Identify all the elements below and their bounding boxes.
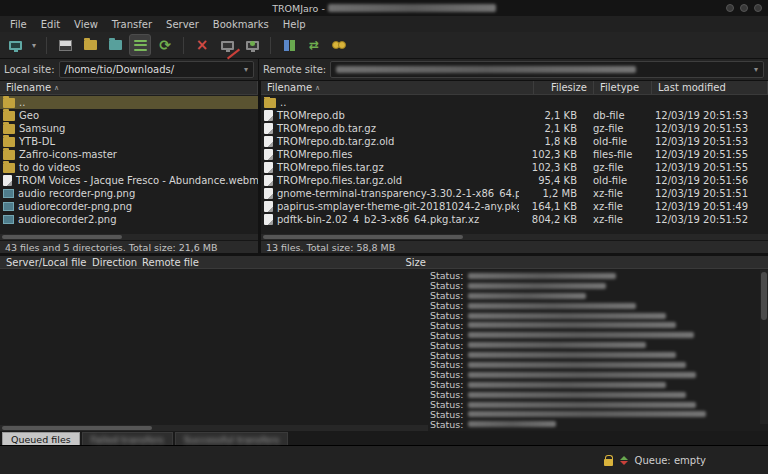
queue-tab[interactable]: Queued files: [2, 432, 80, 445]
scrollbar-thumb[interactable]: [761, 272, 767, 320]
queue-status-row[interactable]: Status:: [0, 380, 768, 390]
queue-status-row[interactable]: Status:: [0, 390, 768, 400]
remote-file-row[interactable]: gnome-terminal-transparency-3.30.2-1-x86…: [261, 187, 768, 200]
remote-file-row[interactable]: TROMrepo.db 2,1 KB db-file 12/03/19 20:5…: [261, 109, 768, 122]
column-header-last-modified[interactable]: Last modified: [652, 81, 768, 94]
queue-horizontal-scrollbar[interactable]: [0, 425, 428, 431]
cancel-button[interactable]: ×: [191, 34, 213, 56]
queue-status-row[interactable]: Status:: [0, 311, 768, 321]
refresh-button[interactable]: ⟳: [154, 34, 176, 56]
menu-item[interactable]: Transfer: [105, 19, 159, 30]
column-header-filetype[interactable]: Filetype: [594, 81, 652, 94]
remote-file-row[interactable]: pdftk-bin-2.02_4_b2-3-x86_64.pkg.tar.xz …: [261, 213, 768, 226]
menu-item[interactable]: View: [67, 19, 105, 30]
disconnect-icon: [221, 41, 234, 50]
local-file-row[interactable]: to do videos: [0, 161, 258, 174]
queue-tab[interactable]: Failed transfers: [82, 432, 173, 445]
menu-item[interactable]: Server: [159, 19, 206, 30]
remote-file-row[interactable]: TROMrepo.db.tar.gz.old 1,8 KB old-file 1…: [261, 135, 768, 148]
remote-horizontal-scrollbar[interactable]: [261, 234, 768, 240]
maximize-button[interactable]: [740, 4, 748, 12]
queue-status-row[interactable]: Status:: [0, 340, 768, 350]
reconnect-button[interactable]: [241, 34, 263, 56]
local-site-combo[interactable]: /home/tio/Downloads/ ▾: [59, 61, 254, 78]
last-modified-text: 12/03/19 20:51:56: [649, 175, 765, 186]
queue-status-row[interactable]: Status:: [0, 281, 768, 291]
menu-item[interactable]: File: [3, 19, 34, 30]
column-header-filename[interactable]: Filename ∧: [0, 81, 258, 94]
queue-status-row[interactable]: Status:: [0, 330, 768, 340]
reconnect-icon: [246, 41, 259, 50]
chevron-down-icon[interactable]: ▾: [244, 65, 248, 74]
column-header-filesize[interactable]: Filesize: [534, 81, 594, 94]
close-button[interactable]: [754, 4, 762, 12]
directory-comparison-button[interactable]: [278, 34, 300, 56]
local-file-row[interactable]: audio recorder-png.png: [0, 187, 258, 200]
local-horizontal-scrollbar[interactable]: [0, 234, 258, 240]
column-header-size[interactable]: Size: [398, 256, 426, 269]
filename-text: TROMrepo.files.tar.gz.old: [277, 175, 402, 186]
filename-text: audiorecorder2.png: [18, 214, 117, 225]
queue-status-row[interactable]: Status:: [0, 370, 768, 380]
local-site-value: /home/tio/Downloads/: [65, 64, 175, 75]
queue-tab[interactable]: Successful transfers: [175, 432, 289, 445]
queue-status-row[interactable]: Status:: [0, 320, 768, 330]
redacted-status-text: [468, 362, 686, 368]
transfer-queue-toggle-button[interactable]: [129, 34, 151, 56]
local-file-row[interactable]: audiorecorder2.png: [0, 213, 258, 226]
last-modified-text: 12/03/19 20:51:49: [649, 201, 765, 212]
queue-status-row[interactable]: Status:: [0, 400, 768, 410]
queue-status-row[interactable]: Status:: [0, 409, 768, 419]
filezilla-window: TROMJaro - FileEditViewTransferServerBoo…: [0, 0, 768, 474]
menu-item[interactable]: Bookmarks: [206, 19, 276, 30]
redacted-title-text: [328, 4, 496, 12]
local-file-row[interactable]: ..: [0, 96, 258, 109]
queue-status-row[interactable]: Status:: [0, 271, 768, 281]
local-file-row[interactable]: Samsung: [0, 122, 258, 135]
local-file-row[interactable]: TROM Voices - Jacque Fresco - Abundance.…: [0, 174, 258, 187]
local-tree-toggle-button[interactable]: [79, 34, 101, 56]
local-file-row[interactable]: Zafiro-icons-master: [0, 148, 258, 161]
remote-file-row[interactable]: papirus-smplayer-theme-git-20181024-2-an…: [261, 200, 768, 213]
remote-file-row[interactable]: TROMrepo.db.tar.gz 2,1 KB gz-file 12/03/…: [261, 122, 768, 135]
queue-status-row[interactable]: Status:: [0, 350, 768, 360]
local-file-row[interactable]: Geo: [0, 109, 258, 122]
redacted-status-text: [468, 273, 616, 279]
scrollbar-thumb[interactable]: [2, 426, 152, 430]
message-log-toggle-button[interactable]: [54, 34, 76, 56]
site-manager-button[interactable]: [4, 34, 26, 56]
local-file-row[interactable]: audiorecorder-png.png: [0, 200, 258, 213]
remote-file-row[interactable]: TROMrepo.files 102,3 KB files-file 12/03…: [261, 148, 768, 161]
column-header-server-local-file[interactable]: Server/Local file: [6, 256, 87, 269]
queue-vertical-scrollbar[interactable]: [760, 270, 768, 424]
local-file-row[interactable]: YTB-DL: [0, 135, 258, 148]
filename-text: ..: [280, 97, 286, 108]
remote-file-row[interactable]: ..: [261, 96, 768, 109]
redacted-status-text: [468, 352, 676, 358]
scrollbar-thumb[interactable]: [2, 235, 122, 239]
remote-file-row[interactable]: TROMrepo.files.tar.gz 102,3 KB gz-file 1…: [261, 161, 768, 174]
remote-file-row[interactable]: TROMrepo.files.tar.gz.old 95,4 KB old-fi…: [261, 174, 768, 187]
lock-icon[interactable]: [604, 459, 613, 466]
disconnect-button[interactable]: [216, 34, 238, 56]
column-header-filename[interactable]: Filename ∧: [261, 81, 534, 94]
minimize-button[interactable]: [726, 4, 734, 12]
filename-text: Zafiro-icons-master: [19, 149, 117, 160]
queue-status-row[interactable]: Status:: [0, 360, 768, 370]
remote-tree-toggle-button[interactable]: [104, 34, 126, 56]
column-header-remote-file[interactable]: Remote file: [142, 256, 199, 269]
remote-site-combo[interactable]: ▾: [330, 61, 764, 78]
queue-status-row[interactable]: Status:: [0, 301, 768, 311]
chevron-down-icon[interactable]: ▾: [754, 65, 758, 74]
synchronized-browsing-button[interactable]: ⇄: [303, 34, 325, 56]
menu-item[interactable]: Edit: [34, 19, 67, 30]
filename-text: audiorecorder-png.png: [18, 201, 132, 212]
site-manager-dropdown-button[interactable]: ▾: [29, 34, 39, 56]
find-files-button[interactable]: [328, 34, 350, 56]
column-header-direction[interactable]: Direction: [92, 256, 137, 269]
menu-item[interactable]: Help: [276, 19, 313, 30]
scrollbar-thumb[interactable]: [263, 235, 463, 239]
remote-tree-icon: [109, 40, 122, 50]
queue-status-row[interactable]: Status:: [0, 291, 768, 301]
filesize-text: 95,4 KB: [523, 175, 583, 186]
